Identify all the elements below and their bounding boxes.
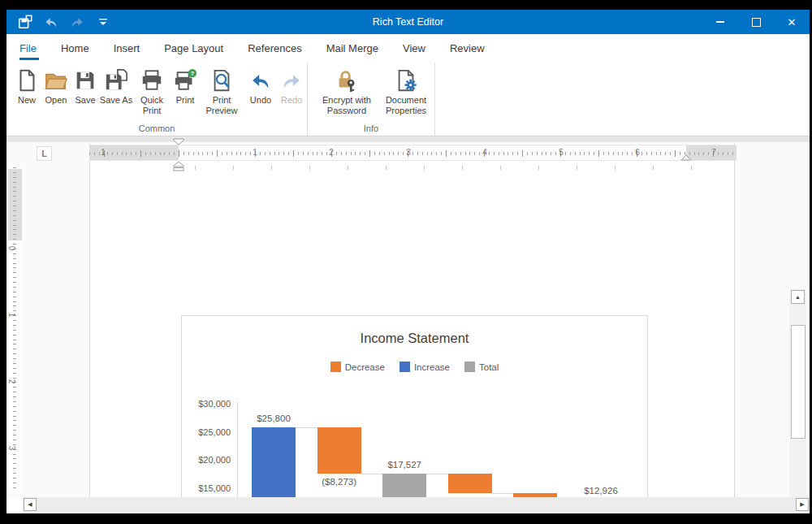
vertical-ruler[interactable]: 01234 — [8, 167, 22, 492]
minimize-icon[interactable] — [702, 10, 738, 34]
ribbon-button-redo[interactable]: Redo — [278, 63, 305, 106]
redo-icon — [279, 67, 304, 93]
legend-item-decrease: Decrease — [330, 362, 385, 372]
ribbon-button-label: Encrypt with Password — [314, 95, 379, 116]
hruler-number: 4 — [482, 148, 487, 157]
ribbon-button-save[interactable]: Save — [71, 63, 99, 106]
tab-page-layout[interactable]: Page Layout — [152, 34, 235, 63]
tab-review[interactable]: Review — [438, 34, 497, 63]
maximize-icon[interactable] — [738, 10, 774, 34]
chart-title: Income Statement — [182, 331, 647, 346]
waterfall-connector — [426, 474, 448, 474]
ribbon-button-label: Print Preview — [200, 95, 244, 116]
chart-bar-revenue[interactable] — [252, 427, 296, 497]
hruler-number: 3 — [406, 148, 411, 157]
undo-icon — [248, 67, 273, 93]
y-axis-tick-label: $25,000 — [187, 427, 231, 437]
ribbon-button-label: Print — [176, 95, 195, 106]
first-line-indent-marker[interactable] — [173, 138, 184, 145]
window-title: Rich Text Editor — [6, 16, 810, 28]
ribbon-group-common: NewOpenSaveSave AsQuick Print?PrintPrint… — [6, 63, 308, 136]
ribbon-tab-bar: FileHomeInsertPage LayoutReferencesMail … — [6, 34, 810, 63]
qat-redo-icon[interactable] — [68, 13, 86, 31]
scroll-right-icon[interactable]: ▶ — [796, 498, 809, 511]
legend-label: Total — [479, 362, 499, 372]
horizontal-ruler[interactable]: 11234567 — [89, 145, 736, 161]
vertical-scrollbar[interactable]: ▲ ▼ — [789, 289, 806, 497]
close-icon[interactable]: ✕ — [774, 10, 810, 34]
legend-swatch-icon — [464, 362, 475, 372]
tab-file[interactable]: File — [19, 34, 49, 63]
ribbon-button-label: Redo — [281, 95, 302, 106]
titlebar: Rich Text Editor ✕ — [6, 10, 810, 34]
quick-access-toolbar — [6, 13, 112, 31]
chart-bar-staff[interactable] — [448, 474, 492, 493]
waterfall-connector — [361, 474, 383, 474]
tab-view[interactable]: View — [391, 34, 438, 63]
tab-stop-selector[interactable]: L — [37, 146, 52, 161]
hanging-indent-marker[interactable] — [173, 161, 184, 171]
ribbon-button-print-preview[interactable]: Print Preview — [200, 63, 244, 116]
vruler-number: 0 — [7, 246, 16, 251]
ribbon-button-undo[interactable]: Undo — [244, 63, 278, 106]
bar-value-label: $17,527 — [368, 460, 441, 470]
encrypt-password-icon — [335, 67, 359, 93]
right-indent-marker[interactable] — [680, 154, 692, 161]
scroll-up-icon[interactable]: ▲ — [791, 290, 805, 304]
legend-swatch-icon — [330, 362, 341, 372]
ribbon: NewOpenSaveSave AsQuick Print?PrintPrint… — [6, 63, 810, 136]
chart-bar-gross-income[interactable] — [382, 474, 426, 497]
tab-mail-merge[interactable]: Mail Merge — [314, 34, 391, 63]
document-properties-icon — [394, 67, 418, 93]
ribbon-button-label: Document Properties — [379, 95, 433, 116]
scroll-left-icon[interactable]: ◀ — [24, 498, 37, 511]
hruler-number: 2 — [329, 148, 334, 157]
ribbon-button-encrypt-with-password[interactable]: Encrypt with Password — [314, 63, 379, 116]
legend-item-increase: Increase — [400, 362, 450, 372]
vertical-scroll-thumb[interactable] — [791, 325, 806, 439]
waterfall-connector — [492, 493, 514, 494]
ribbon-button-open[interactable]: Open — [41, 63, 71, 106]
bar-value-label: $12,926 — [564, 486, 637, 496]
income-statement-chart[interactable]: Income Statement DecreaseIncreaseTotal $… — [181, 315, 648, 497]
ribbon-shadow-band — [6, 136, 810, 142]
qat-undo-icon[interactable] — [42, 13, 60, 31]
ribbon-button-label: Undo — [250, 95, 271, 106]
ribbon-button-quick-print[interactable]: Quick Print — [133, 63, 171, 116]
legend-swatch-icon — [400, 362, 410, 372]
tab-references[interactable]: References — [235, 34, 313, 63]
ribbon-button-label: Quick Print — [133, 95, 171, 116]
app-save-icon[interactable] — [16, 13, 34, 31]
new-document-icon — [15, 67, 39, 93]
bar-value-label: ($8,273) — [303, 477, 376, 487]
tab-insert[interactable]: Insert — [102, 34, 153, 63]
ribbon-button-new[interactable]: New — [13, 63, 41, 106]
qat-customize-dropdown-icon[interactable] — [94, 13, 112, 31]
ruler-subticks — [195, 166, 723, 170]
open-folder-icon — [44, 67, 68, 93]
legend-label: Decrease — [345, 362, 385, 372]
window-controls: ✕ — [702, 10, 810, 34]
hruler-number: 1 — [253, 148, 257, 157]
vruler-number: 1 — [7, 313, 16, 318]
vruler-number: 2 — [7, 379, 16, 384]
ribbon-group-label: Info — [308, 123, 434, 133]
app-window: Rich Text Editor ✕ FileHomeInsertPage La… — [6, 10, 810, 513]
hruler-number: 5 — [559, 148, 564, 157]
ribbon-button-print[interactable]: ?Print — [171, 63, 200, 106]
ribbon-button-label: Open — [45, 95, 67, 106]
ribbon-button-save-as[interactable]: Save As — [99, 63, 133, 106]
horizontal-scrollbar[interactable]: ◀ ▶ — [23, 497, 810, 512]
y-axis-tick-label: $30,000 — [187, 399, 231, 409]
ribbon-group-info: Encrypt with PasswordDocument Properties… — [308, 63, 435, 136]
tab-home[interactable]: Home — [49, 34, 102, 63]
ribbon-group-label: Common — [6, 123, 307, 133]
ribbon-button-document-properties[interactable]: Document Properties — [379, 63, 433, 116]
bar-value-label: $25,800 — [237, 414, 310, 423]
chart-bar-cost-of-goods[interactable] — [317, 427, 361, 474]
save-as-icon — [104, 67, 128, 93]
y-axis-tick-label: $20,000 — [187, 455, 231, 465]
waterfall-connector — [296, 427, 317, 428]
svg-text:?: ? — [190, 69, 194, 76]
legend-label: Increase — [414, 362, 450, 372]
